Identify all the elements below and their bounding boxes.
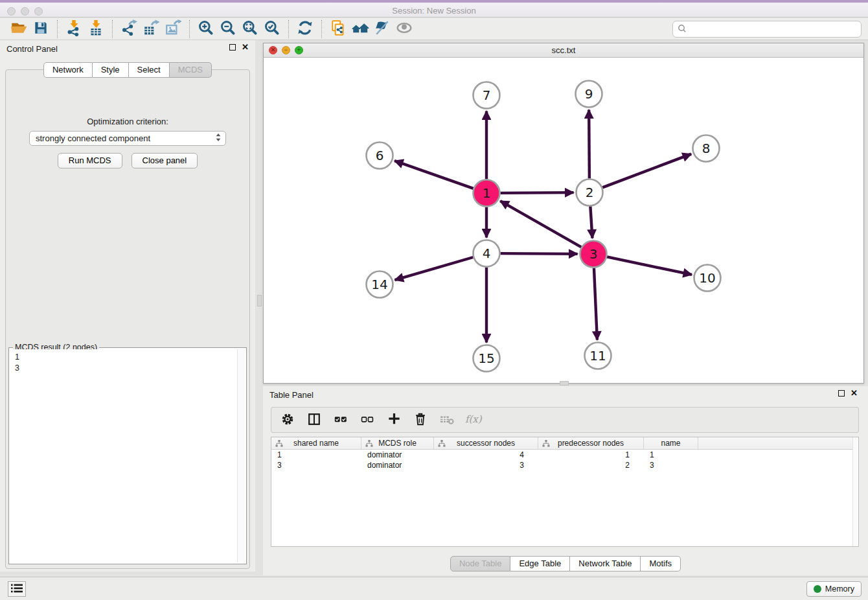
graph-node-4[interactable]: 4 (474, 240, 500, 267)
open-file-button[interactable] (8, 19, 30, 39)
criterion-select[interactable]: strongly connected component (29, 131, 226, 146)
horizontal-splitter-handle[interactable] (560, 381, 569, 386)
split-columns-button[interactable] (306, 411, 323, 428)
table-cell[interactable]: 3 (644, 461, 698, 470)
tab-mcds[interactable]: MCDS (170, 62, 212, 78)
network-canvas[interactable]: 7968124314101511 (264, 58, 863, 383)
import-network-button[interactable] (63, 19, 85, 39)
graph-node-7[interactable]: 7 (474, 82, 500, 109)
table-cell[interactable]: 1 (538, 450, 644, 459)
export-network-button[interactable] (118, 19, 140, 39)
graph-node-6[interactable]: 6 (367, 143, 393, 169)
function-builder-button: f(x) (465, 411, 482, 428)
search-box[interactable] (672, 21, 862, 38)
graph-node-2[interactable]: 2 (577, 179, 603, 206)
edge-3-11[interactable] (594, 268, 597, 340)
edge-4-14[interactable] (395, 257, 474, 280)
refresh-button[interactable] (294, 19, 316, 39)
edge-1-2[interactable] (500, 192, 573, 193)
deselect-all-button[interactable] (359, 411, 376, 428)
column-header-predecessor-nodes[interactable]: predecessor nodes (538, 437, 644, 449)
node-table[interactable]: shared nameMCDS rolesuccessor nodesprede… (271, 437, 859, 547)
graph-node-14[interactable]: 14 (367, 271, 393, 298)
graph-node-11[interactable]: 11 (585, 343, 611, 369)
edge-3-1[interactable] (500, 201, 581, 247)
graph-node-8[interactable]: 8 (693, 135, 720, 162)
tab-motifs[interactable]: Motifs (641, 556, 681, 571)
zoom-out-button[interactable] (217, 19, 239, 39)
table-scrollbar[interactable] (852, 437, 858, 546)
close-panel-icon[interactable]: ✕ (242, 44, 249, 51)
table-row[interactable]: 3dominator323 (271, 460, 858, 470)
birdseye-view-button[interactable] (393, 19, 415, 39)
table-cell[interactable]: 3 (271, 461, 361, 470)
zoom-in-icon (198, 19, 214, 38)
graph-node-10[interactable]: 10 (694, 265, 721, 292)
control-panel-title: Control Panel (6, 44, 58, 54)
close-table-panel-icon[interactable]: ✕ (851, 390, 858, 397)
hide-graphics-button[interactable] (371, 19, 393, 39)
graph-node-3[interactable]: 3 (580, 241, 607, 268)
zoom-selected-button[interactable] (261, 19, 283, 39)
table-cell[interactable]: 2 (538, 461, 644, 470)
add-column-button[interactable] (385, 411, 402, 428)
edge-2-3[interactable] (590, 206, 592, 238)
float-table-panel-icon[interactable] (838, 390, 845, 397)
mcds-panel: Optimization criterion: strongly connect… (5, 69, 250, 569)
network-window-titlebar[interactable]: ✕ − + scc.txt (264, 43, 863, 58)
vertical-splitter-handle[interactable] (257, 295, 262, 306)
clone-network-button[interactable] (327, 19, 349, 39)
memory-button[interactable]: Memory (806, 581, 862, 597)
save-session-icon (32, 19, 49, 38)
edge-2-9[interactable] (589, 110, 589, 178)
save-session-button[interactable] (30, 19, 52, 39)
table-cell[interactable]: dominator (361, 461, 434, 470)
table-cell[interactable]: 3 (434, 461, 538, 470)
zoom-fit-button[interactable] (239, 19, 261, 39)
tab-node-table[interactable]: Node Table (450, 556, 511, 571)
tab-network-table[interactable]: Network Table (570, 556, 641, 571)
result-scrollbar[interactable] (237, 349, 245, 562)
edge-4-3[interactable] (500, 253, 577, 254)
svg-text:4: 4 (483, 246, 491, 261)
tab-select[interactable]: Select (129, 62, 170, 78)
network-graph[interactable]: 7968124314101511 (264, 58, 863, 383)
graph-node-1[interactable]: 1 (474, 180, 500, 207)
memory-status-icon (814, 585, 821, 593)
graph-node-9[interactable]: 9 (576, 81, 602, 108)
close-panel-button[interactable]: Close panel (131, 153, 198, 168)
task-history-button[interactable] (8, 581, 26, 597)
table-cell[interactable]: dominator (361, 450, 434, 459)
add-column-icon (387, 411, 402, 428)
settings-button[interactable] (279, 411, 296, 428)
float-panel-icon[interactable] (229, 44, 236, 51)
export-table-button[interactable] (140, 19, 162, 39)
table-cell[interactable]: 1 (644, 450, 698, 459)
column-header-MCDS-role[interactable]: MCDS role (361, 437, 434, 449)
toolbar-separator (57, 20, 58, 38)
table-cell[interactable]: 1 (271, 450, 361, 459)
tab-network[interactable]: Network (43, 62, 93, 78)
mcds-result-text[interactable]: 1 3 (10, 349, 237, 562)
tab-style[interactable]: Style (93, 62, 129, 78)
table-cell[interactable]: 4 (434, 450, 538, 459)
zoom-in-button[interactable] (195, 19, 217, 39)
home-button[interactable] (349, 19, 371, 39)
export-image-button[interactable] (162, 19, 184, 39)
column-header-successor-nodes[interactable]: successor nodes (434, 437, 538, 449)
search-input[interactable] (690, 23, 861, 36)
table-tabs: Node TableEdge TableNetwork TableMotifs (263, 556, 868, 571)
graph-node-15[interactable]: 15 (474, 345, 500, 372)
import-table-button[interactable] (85, 19, 107, 39)
run-mcds-button[interactable]: Run MCDS (58, 153, 122, 168)
edge-3-10[interactable] (607, 257, 692, 275)
select-all-button[interactable] (332, 411, 349, 428)
toolbar-separator (189, 20, 190, 38)
tab-edge-table[interactable]: Edge Table (510, 556, 570, 571)
edge-2-8[interactable] (602, 154, 691, 188)
column-header-shared-name[interactable]: shared name (271, 437, 361, 449)
delete-column-button[interactable] (412, 411, 429, 428)
table-row[interactable]: 1dominator411 (271, 450, 858, 460)
edge-1-6[interactable] (394, 161, 474, 189)
column-header-name[interactable]: name (644, 437, 698, 449)
